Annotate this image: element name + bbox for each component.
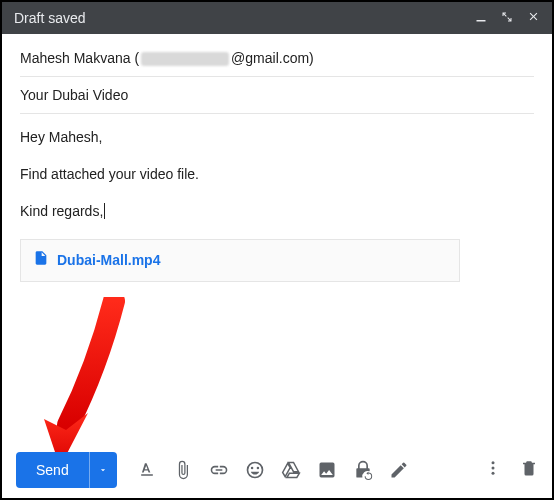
link-icon[interactable] — [209, 460, 229, 480]
footer-right-tools — [484, 459, 538, 481]
subject-field[interactable]: Your Dubai Video — [20, 77, 534, 114]
format-toolbar — [137, 460, 409, 480]
file-icon — [33, 250, 49, 271]
send-options-button[interactable] — [89, 452, 117, 488]
attachment-chip[interactable]: Dubai-Mall.mp4 — [20, 239, 460, 282]
attachment-filename: Dubai-Mall.mp4 — [57, 251, 160, 270]
send-button[interactable]: Send — [16, 452, 89, 488]
subject-text: Your Dubai Video — [20, 87, 128, 103]
to-field[interactable]: Mahesh Makvana (@gmail.com) — [20, 34, 534, 77]
header-controls — [475, 10, 540, 26]
pen-icon[interactable] — [389, 460, 409, 480]
close-icon[interactable] — [527, 10, 540, 26]
body-signoff: Kind regards, — [20, 202, 534, 221]
svg-point-3 — [492, 472, 495, 475]
redacted-email — [141, 52, 229, 66]
recipient-domain: @gmail.com — [231, 50, 309, 66]
minimize-icon[interactable] — [475, 10, 487, 26]
emoji-icon[interactable] — [245, 460, 265, 480]
send-group: Send — [16, 452, 117, 488]
svg-point-2 — [492, 467, 495, 470]
image-icon[interactable] — [317, 460, 337, 480]
trash-icon[interactable] — [520, 459, 538, 481]
drive-icon[interactable] — [281, 460, 301, 480]
message-body[interactable]: Hey Mahesh, Find attached your video fil… — [20, 114, 534, 290]
svg-rect-0 — [477, 20, 486, 22]
more-options-icon[interactable] — [484, 459, 502, 481]
expand-icon[interactable] — [501, 10, 513, 26]
body-greeting: Hey Mahesh, — [20, 128, 534, 147]
confidential-icon[interactable] — [353, 460, 373, 480]
compose-header: Draft saved — [2, 2, 552, 34]
compose-content: Mahesh Makvana (@gmail.com) Your Dubai V… — [2, 34, 552, 290]
attach-icon[interactable] — [173, 460, 193, 480]
header-title: Draft saved — [14, 10, 475, 26]
annotation-arrow — [42, 297, 132, 472]
formatting-icon[interactable] — [137, 460, 157, 480]
compose-footer: Send — [16, 452, 538, 488]
recipient-name: Mahesh Makvana — [20, 50, 131, 66]
body-line: Find attached your video file. — [20, 165, 534, 184]
svg-point-1 — [492, 461, 495, 464]
